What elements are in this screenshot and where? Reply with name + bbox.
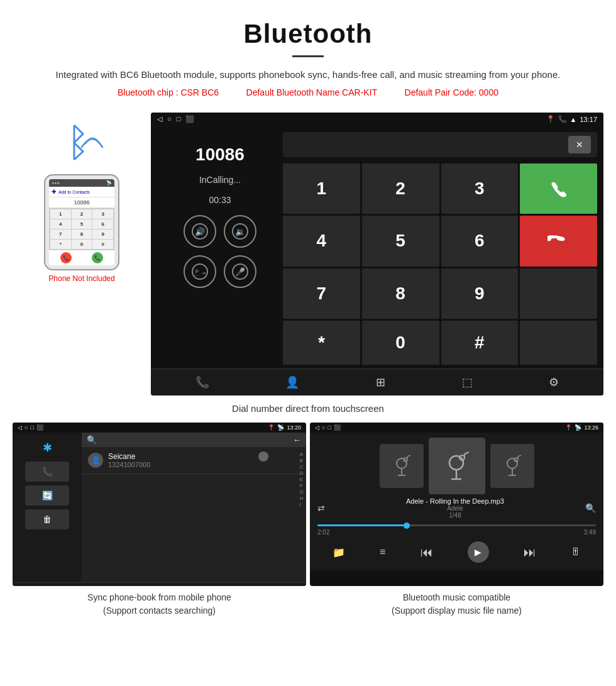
numpad-key-0[interactable]: 0 — [362, 321, 439, 365]
numpad-key-8[interactable]: 8 — [362, 268, 439, 319]
volume-down-btn[interactable]: 🔉 — [224, 215, 256, 248]
contact-row-seicane[interactable]: 👤 Seicane 13241007000 — [82, 447, 306, 474]
music-next-icon[interactable]: ⏭ — [524, 545, 536, 560]
shuffle-icon[interactable]: ⇄ — [317, 503, 325, 513]
phone-call-btn[interactable]: 📞 — [92, 252, 103, 263]
phone-key-7[interactable]: 7 — [50, 230, 71, 239]
alpha-A[interactable]: A — [300, 451, 304, 457]
music-eq-icon[interactable]: 🎚 — [571, 546, 581, 558]
numpad-key-1[interactable]: 1 — [283, 163, 360, 214]
phone-key-9[interactable]: 9 — [92, 230, 113, 239]
backspace-btn[interactable]: ✕ — [568, 136, 591, 153]
numpad-key-2[interactable]: 2 — [362, 163, 439, 214]
numpad-key-6[interactable]: 6 — [441, 216, 519, 266]
music-nav-home[interactable]: ○ — [322, 424, 325, 431]
music-location-icon: 📍 — [565, 424, 572, 431]
location-icon: 📍 — [546, 115, 555, 123]
mute-btn[interactable]: 🎤 — [224, 255, 256, 288]
music-play-btn[interactable]: ▶ — [468, 541, 489, 563]
music-signal-icon: 📡 — [575, 424, 581, 431]
pb-location-icon: 📍 — [268, 424, 275, 431]
phone-key-1[interactable]: 1 — [50, 209, 71, 219]
clock-display: 13:17 — [580, 116, 597, 123]
main-content-row: ●●●📡 ✚ Add to Contacts 10086 1 2 3 4 5 6… — [0, 106, 616, 398]
nav-home-icon[interactable]: ○ — [167, 115, 172, 123]
numpad-key-9[interactable]: 9 — [441, 268, 519, 319]
pb-nav-home[interactable]: ○ — [25, 424, 28, 431]
pb-back-arrow[interactable]: ← — [293, 435, 301, 445]
numpad-key-star[interactable]: * — [283, 321, 360, 365]
pb-delete-btn[interactable]: 🗑 — [25, 509, 69, 529]
alpha-C[interactable]: C — [300, 464, 304, 470]
music-folder-icon[interactable]: 📁 — [333, 546, 345, 558]
music-nav-rect[interactable]: □ — [327, 424, 331, 431]
numpad-key-5[interactable]: 5 — [362, 216, 439, 266]
pb-sync-btn[interactable]: 🔄 — [25, 485, 69, 506]
numpad-key-3[interactable]: 3 — [441, 163, 519, 214]
phone-key-3[interactable]: 3 — [92, 209, 113, 219]
svg-text:🔉: 🔉 — [235, 226, 246, 237]
music-nav-back[interactable]: ◁ — [315, 424, 319, 431]
alpha-B[interactable]: B — [300, 458, 304, 463]
phone-key-5[interactable]: 5 — [72, 219, 92, 229]
numpad-key-7[interactable]: 7 — [283, 268, 360, 319]
phone-not-included-label: Phone Not Included — [48, 274, 114, 283]
alpha-H[interactable]: H — [300, 495, 304, 501]
alpha-F[interactable]: F — [300, 483, 304, 489]
title-divider — [292, 55, 324, 57]
phone-add-contact: ✚ Add to Contacts — [49, 187, 114, 197]
pb-call-btn[interactable]: 📞 — [25, 462, 69, 482]
nav-back-icon[interactable]: ◁ — [157, 115, 162, 123]
phonebook-android-screen: ◁ ○ □ ⬛ 📍 📡 13:20 ✱ 📞 🔄 🗑 — [13, 423, 306, 586]
phone-topbar: ●●●📡 — [49, 179, 114, 187]
music-search-icon[interactable]: 🔍 — [585, 503, 596, 513]
phonebook-screen-section: ◁ ○ □ ⬛ 📍 📡 13:20 ✱ 📞 🔄 🗑 — [13, 423, 306, 620]
music-android-screen: ◁ ○ □ ⬛ 📍 📡 13:26 — [310, 423, 603, 586]
bottombar-dialpad-icon[interactable]: ⊞ — [376, 375, 385, 389]
music-progress-bar[interactable] — [317, 524, 596, 526]
phone-key-2[interactable]: 2 — [72, 209, 92, 219]
phone-key-8[interactable]: 8 — [72, 230, 92, 239]
scroll-indicator — [258, 451, 268, 462]
phone-numpad: 1 2 3 4 5 6 7 8 9 * 0 # — [49, 208, 114, 250]
nav-recents-icon[interactable]: □ — [177, 115, 181, 123]
bottombar-settings-icon[interactable]: ⚙ — [549, 375, 559, 389]
music-progress-dot[interactable] — [404, 523, 410, 529]
bottombar-calls-icon[interactable]: 📞 — [195, 375, 209, 389]
alpha-E[interactable]: E — [300, 477, 304, 482]
phone-key-hash[interactable]: # — [92, 240, 113, 249]
phone-key-4[interactable]: 4 — [50, 219, 71, 229]
music-nav-icons: ◁ ○ □ ⬛ — [315, 424, 341, 431]
bottombar-transfer-icon[interactable]: ⬚ — [462, 375, 473, 389]
numpad-key-hash[interactable]: # — [441, 321, 519, 365]
volume-up-btn[interactable]: 🔊 — [184, 215, 216, 248]
numpad-grid[interactable]: 1 2 3 4 5 6 7 8 9 * — [283, 163, 597, 365]
phonebook-alphabet-index[interactable]: A B C D E F G H I — [300, 451, 304, 507]
spec-name: Default Bluetooth Name CAR-KIT — [246, 87, 378, 97]
phone-key-6[interactable]: 6 — [92, 219, 113, 229]
phone-mockup: ●●●📡 ✚ Add to Contacts 10086 1 2 3 4 5 6… — [44, 174, 119, 270]
dialer-timer: 00:33 — [209, 195, 231, 205]
music-prev-icon[interactable]: ⏮ — [421, 545, 433, 560]
alpha-I[interactable]: I — [300, 502, 304, 507]
numpad-key-4[interactable]: 4 — [283, 216, 360, 266]
bottom-screenshots-row: ◁ ○ □ ⬛ 📍 📡 13:20 ✱ 📞 🔄 🗑 — [0, 423, 616, 620]
android-bottombar-large: 📞 👤 ⊞ ⬚ ⚙ — [151, 368, 603, 396]
numpad-end-btn[interactable] — [520, 216, 597, 266]
phone-end-btn[interactable]: 📞 — [60, 252, 72, 263]
bottombar-contacts-icon[interactable]: 👤 — [285, 375, 299, 389]
phone-key-star[interactable]: * — [50, 240, 71, 249]
pb-nav-rect[interactable]: □ — [30, 424, 33, 431]
music-track-name: Adele - Rolling In the Deep.mp3 — [406, 497, 504, 505]
music-list-icon[interactable]: ≡ — [380, 546, 385, 558]
numpad-call-btn[interactable] — [520, 163, 597, 214]
phone-key-0[interactable]: 0 — [72, 240, 92, 249]
pb-nav-back[interactable]: ◁ — [18, 424, 22, 431]
transfer-btn[interactable]: 📱→ — [184, 255, 216, 288]
contact-name: Seicane — [108, 452, 150, 461]
alpha-G[interactable]: G — [300, 489, 304, 495]
alpha-D[interactable]: D — [300, 470, 304, 476]
phone-screen: ●●●📡 ✚ Add to Contacts 10086 1 2 3 4 5 6… — [49, 179, 114, 265]
bluetooth-signal-icon — [50, 119, 119, 169]
contact-number: 13241007000 — [108, 461, 150, 468]
